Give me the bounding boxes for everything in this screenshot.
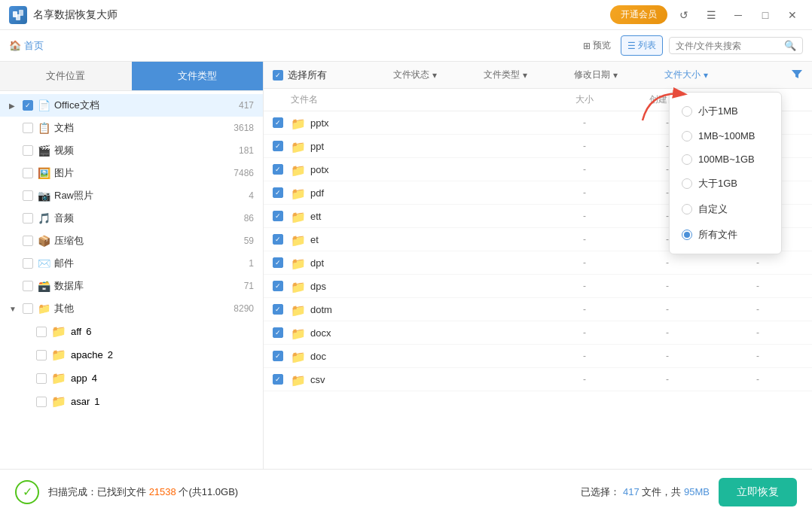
row-checkbox[interactable]: ✓ [273, 211, 283, 221]
checkbox-doc[interactable] [23, 123, 33, 133]
radio-custom[interactable] [682, 204, 692, 214]
100mb1gb-label: 100MB~1GB [698, 154, 755, 165]
radio-1mb100mb[interactable] [682, 131, 692, 141]
filter-icon[interactable] [791, 68, 803, 82]
col-file-status[interactable]: 文件状态 ▾ [393, 68, 484, 81]
video-count: 181 [239, 145, 254, 156]
app-count: 4 [92, 373, 97, 384]
tree-item-doc[interactable]: 📋 文档 3618 [0, 117, 263, 139]
tree-item-db[interactable]: 🗃️ 数据库 71 [0, 275, 263, 297]
row-checkbox[interactable]: ✓ [273, 281, 283, 291]
preview-label: 预览 [593, 39, 611, 52]
dropdown-item-all[interactable]: 所有文件 [670, 222, 781, 248]
selected-info: 已选择： 417 文件，共 95MB [581, 485, 710, 499]
checkbox-video[interactable] [23, 145, 33, 156]
table-row[interactable]: ✓ 📁 docx - - - [264, 321, 812, 345]
search-icon[interactable]: 🔍 [784, 40, 796, 51]
checkbox-image[interactable] [23, 168, 33, 178]
checkbox-audio[interactable] [23, 213, 33, 224]
db-count: 71 [244, 281, 254, 291]
menu-icon[interactable]: ☰ [701, 5, 722, 26]
checkbox-other[interactable] [23, 303, 33, 314]
row-checkbox[interactable]: ✓ [273, 164, 283, 175]
col-file-type[interactable]: 文件类型 ▾ [484, 68, 574, 81]
close-icon[interactable]: ✕ [782, 5, 803, 26]
tree-item-image[interactable]: 🖼️ 图片 7486 [0, 162, 263, 184]
sub-item-asar[interactable]: 📁 asar 1 [0, 390, 263, 413]
row-folder-icon: 📁 [291, 257, 306, 269]
table-row[interactable]: ✓ 📁 csv - - - [264, 368, 812, 391]
checkbox-app[interactable] [36, 373, 47, 384]
checkbox-raw[interactable] [23, 190, 33, 201]
maximize-icon[interactable]: □ [755, 5, 776, 26]
checkbox-office[interactable]: ✓ [23, 100, 33, 111]
radio-all[interactable] [682, 230, 692, 240]
video-label: 视频 [54, 144, 234, 157]
tree-item-email[interactable]: ✉️ 邮件 1 [0, 252, 263, 275]
tree-item-raw[interactable]: 📷 Raw照片 4 [0, 184, 263, 207]
tab-file-type[interactable]: 文件类型 [132, 62, 264, 90]
tab-file-location[interactable]: 文件位置 [0, 62, 132, 90]
row-name: docx [310, 327, 547, 339]
tree-item-other[interactable]: ▼ 📁 其他 8290 [0, 297, 263, 320]
refresh-icon[interactable]: ↺ [673, 5, 694, 26]
checkbox-aff[interactable] [36, 327, 47, 337]
col-modify-date[interactable]: 修改日期 ▾ [574, 68, 664, 81]
row-checkbox[interactable]: ✓ [273, 257, 283, 268]
checkbox-email[interactable] [23, 258, 33, 269]
minimize-icon[interactable]: ─ [728, 5, 749, 26]
search-box[interactable]: 🔍 [669, 37, 803, 54]
checkbox-asar[interactable] [36, 397, 47, 407]
checkbox-apache[interactable] [36, 350, 47, 360]
row-checkbox[interactable]: ✓ [273, 374, 283, 385]
row-checkbox[interactable]: ✓ [273, 187, 283, 198]
tree-item-office[interactable]: ▶ ✓ 📄 Office文档 417 [0, 94, 263, 117]
row-name: csv [310, 374, 547, 385]
dropdown-item-gt1gb[interactable]: 大于1GB [670, 171, 781, 196]
table-row[interactable]: ✓ 📁 doc - - - [264, 345, 812, 368]
video-icon: 🎬 [38, 144, 50, 157]
list-btn[interactable]: ☰ 列表 [621, 35, 663, 56]
row-checkbox[interactable]: ✓ [273, 141, 283, 151]
apache-folder-icon: 📁 [51, 348, 66, 362]
home-nav[interactable]: 🏠 首页 [9, 39, 44, 53]
row-folder-icon: 📁 [291, 140, 306, 152]
email-label: 邮件 [54, 257, 244, 270]
row-checkbox[interactable]: ✓ [273, 304, 283, 315]
image-label: 图片 [54, 166, 229, 180]
file-status-label: 文件状态 [393, 68, 429, 81]
tree-item-audio[interactable]: 🎵 音频 86 [0, 207, 263, 230]
apache-count: 2 [108, 349, 113, 360]
dropdown-item-100mb1gb[interactable]: 100MB~1GB [670, 148, 781, 171]
checkbox-db[interactable] [23, 281, 33, 291]
row-checkbox[interactable]: ✓ [273, 117, 283, 128]
vip-button[interactable]: 开通会员 [610, 5, 667, 24]
search-input[interactable] [676, 41, 781, 51]
row-checkbox[interactable]: ✓ [273, 351, 283, 361]
table-row[interactable]: ✓ 📁 dps - - - [264, 275, 812, 298]
sub-item-app[interactable]: 📁 app 4 [0, 366, 263, 390]
row-name: ett [310, 211, 547, 222]
table-row[interactable]: ✓ 📁 dotm - - - [264, 298, 812, 321]
table-row[interactable]: ✓ 📁 dpt - - - [264, 251, 812, 275]
recover-button[interactable]: 立即恢复 [719, 478, 797, 506]
modify-date-arrow: ▾ [613, 70, 618, 81]
col-file-size[interactable]: 文件大小 ▾ [664, 68, 755, 81]
radio-100mb1gb[interactable] [682, 154, 692, 165]
preview-btn[interactable]: ⊞ 预览 [576, 35, 618, 56]
selected-label: 已选择： [581, 486, 620, 497]
select-all[interactable]: ✓ 选择所有 [273, 68, 393, 82]
expand-other-icon: ▼ [9, 305, 18, 313]
checkbox-zip[interactable] [23, 236, 33, 246]
image-count: 7486 [234, 168, 254, 178]
row-checkbox[interactable]: ✓ [273, 327, 283, 338]
tree-item-video[interactable]: 🎬 视频 181 [0, 139, 263, 162]
navbar: 🏠 首页 ⊞ 预览 ☰ 列表 🔍 [0, 30, 812, 62]
sub-item-aff[interactable]: 📁 aff 6 [0, 320, 263, 343]
tree-item-zip[interactable]: 📦 压缩包 59 [0, 230, 263, 252]
select-all-checkbox[interactable]: ✓ [273, 70, 283, 81]
sub-item-apache[interactable]: 📁 apache 2 [0, 343, 263, 366]
row-checkbox[interactable]: ✓ [273, 234, 283, 245]
dropdown-item-custom[interactable]: 自定义 [670, 196, 781, 222]
radio-gt1gb[interactable] [682, 178, 692, 189]
